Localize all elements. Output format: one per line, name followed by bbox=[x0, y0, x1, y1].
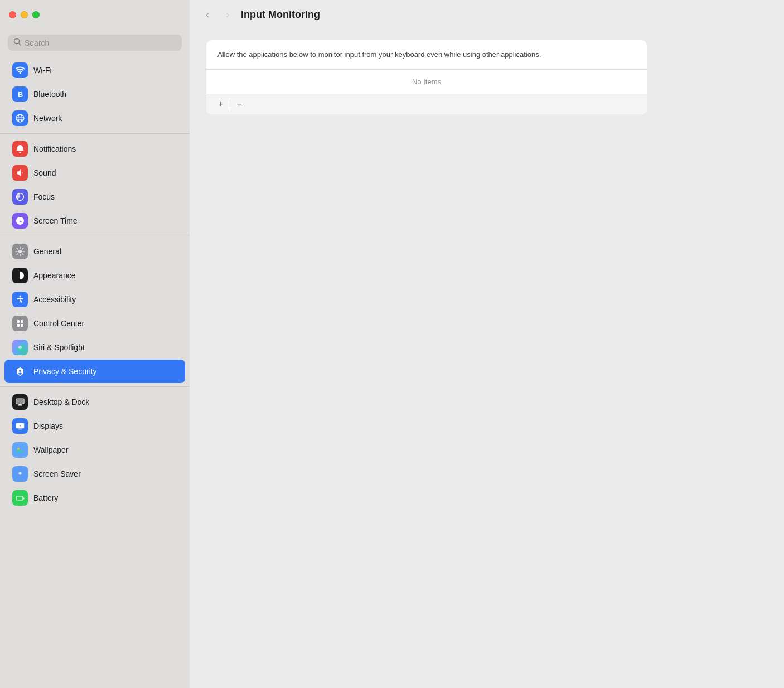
sidebar-item-label-network: Network bbox=[33, 114, 62, 123]
close-button[interactable] bbox=[9, 11, 16, 18]
sidebar-item-privacy[interactable]: Privacy & Security bbox=[4, 360, 185, 383]
accessibility-icon bbox=[12, 292, 28, 307]
network-icon bbox=[12, 110, 28, 126]
bluetooth-icon: B bbox=[12, 86, 28, 102]
battery-icon bbox=[12, 490, 28, 506]
svg-rect-19 bbox=[17, 399, 23, 403]
sidebar-item-wifi[interactable]: Wi-Fi bbox=[4, 59, 185, 82]
wallpaper-icon bbox=[12, 442, 28, 458]
sidebar-item-label-displays: Displays bbox=[33, 421, 63, 430]
sidebar-item-bluetooth[interactable]: BBluetooth bbox=[4, 83, 185, 106]
back-button[interactable]: ‹ bbox=[201, 8, 214, 21]
screentime-icon bbox=[12, 213, 28, 229]
sidebar-item-label-focus: Focus bbox=[33, 192, 55, 201]
sidebar-item-network[interactable]: Network bbox=[4, 106, 185, 130]
sidebar-item-screentime[interactable]: Screen Time bbox=[4, 209, 185, 232]
sidebar-item-wallpaper[interactable]: Wallpaper bbox=[4, 438, 185, 462]
focus-icon bbox=[12, 189, 28, 205]
sound-icon bbox=[12, 165, 28, 181]
content-card: Allow the applications below to monitor … bbox=[206, 40, 647, 114]
sidebar-item-label-general: General bbox=[33, 247, 61, 256]
svg-rect-20 bbox=[18, 404, 22, 405]
sidebar-item-general[interactable]: General bbox=[4, 240, 185, 263]
svg-rect-23 bbox=[16, 446, 24, 454]
sidebar-item-controlcenter[interactable]: Control Center bbox=[4, 312, 185, 335]
sidebar-item-notifications[interactable]: Notifications bbox=[4, 137, 185, 161]
notifications-icon bbox=[12, 141, 28, 157]
search-bar[interactable]: Search bbox=[8, 35, 182, 51]
add-item-button[interactable]: + bbox=[213, 98, 229, 111]
sidebar-item-label-screensaver: Screen Saver bbox=[33, 469, 81, 478]
main-content: ‹ › Input Monitoring Allow the applicati… bbox=[190, 0, 784, 688]
svg-rect-28 bbox=[16, 496, 23, 500]
sidebar-divider bbox=[0, 236, 190, 236]
svg-point-9 bbox=[18, 250, 22, 253]
privacy-icon bbox=[12, 364, 28, 379]
desktop-icon bbox=[12, 394, 28, 410]
sidebar-item-label-bluetooth: Bluetooth bbox=[33, 90, 66, 99]
forward-button[interactable]: › bbox=[221, 8, 234, 21]
svg-rect-12 bbox=[17, 320, 20, 323]
empty-state: No Items bbox=[206, 70, 647, 94]
sidebar-item-screensaver[interactable]: Screen Saver bbox=[4, 462, 185, 486]
wifi-icon bbox=[12, 62, 28, 78]
sidebar-item-label-screentime: Screen Time bbox=[33, 216, 78, 225]
page-title: Input Monitoring bbox=[241, 9, 320, 21]
screensaver-icon bbox=[12, 466, 28, 482]
sidebar-item-focus[interactable]: Focus bbox=[4, 185, 185, 209]
sidebar-item-label-battery: Battery bbox=[33, 493, 58, 502]
search-icon bbox=[13, 38, 21, 47]
controlcenter-icon bbox=[12, 316, 28, 331]
maximize-button[interactable] bbox=[32, 11, 40, 18]
svg-point-17 bbox=[18, 346, 22, 349]
sidebar-item-label-desktop: Desktop & Dock bbox=[33, 398, 89, 406]
svg-rect-29 bbox=[23, 498, 25, 500]
sidebar-item-battery[interactable]: Battery bbox=[4, 486, 185, 510]
main-body: Allow the applications below to monitor … bbox=[190, 29, 784, 688]
sidebar-item-label-wifi: Wi-Fi bbox=[33, 66, 52, 75]
card-description: Allow the applications below to monitor … bbox=[206, 40, 647, 70]
sidebar-item-displays[interactable]: Displays bbox=[4, 414, 185, 438]
sidebar-item-accessibility[interactable]: Accessibility bbox=[4, 288, 185, 311]
sidebar-item-label-controlcenter: Control Center bbox=[33, 319, 84, 328]
sidebar-divider bbox=[0, 386, 190, 387]
svg-text:B: B bbox=[18, 90, 23, 99]
svg-point-11 bbox=[20, 296, 21, 298]
sidebar-item-label-notifications: Notifications bbox=[33, 144, 76, 153]
controls-divider bbox=[230, 99, 230, 109]
svg-point-3 bbox=[16, 114, 24, 122]
svg-line-1 bbox=[19, 43, 21, 46]
appearance-icon bbox=[12, 268, 28, 283]
sidebar-item-desktop[interactable]: Desktop & Dock bbox=[4, 390, 185, 414]
svg-rect-26 bbox=[18, 477, 22, 478]
search-placeholder: Search bbox=[25, 38, 176, 47]
sidebar-item-label-accessibility: Accessibility bbox=[33, 295, 76, 304]
sidebar-item-label-sound: Sound bbox=[33, 168, 56, 177]
minimize-button[interactable] bbox=[21, 11, 28, 18]
sidebar-item-label-privacy: Privacy & Security bbox=[33, 367, 97, 376]
remove-item-button[interactable]: − bbox=[231, 98, 247, 111]
sidebar-item-label-siri: Siri & Spotlight bbox=[33, 343, 85, 352]
svg-rect-13 bbox=[21, 320, 23, 323]
svg-rect-14 bbox=[17, 324, 20, 327]
svg-rect-15 bbox=[21, 324, 23, 327]
sidebar-item-appearance[interactable]: Appearance bbox=[4, 264, 185, 287]
title-bar bbox=[0, 0, 190, 29]
svg-point-27 bbox=[19, 472, 22, 475]
sidebar-item-siri[interactable]: Siri & Spotlight bbox=[4, 336, 185, 359]
sidebar: Search Wi-FiBBluetoothNetworkNotificatio… bbox=[0, 0, 190, 688]
displays-icon bbox=[12, 418, 28, 434]
svg-rect-21 bbox=[18, 405, 22, 406]
svg-point-22 bbox=[20, 425, 21, 426]
general-icon bbox=[12, 244, 28, 259]
sidebar-item-label-appearance: Appearance bbox=[33, 271, 76, 280]
sidebar-item-sound[interactable]: Sound bbox=[4, 161, 185, 185]
svg-point-4 bbox=[18, 114, 22, 122]
sidebar-divider bbox=[0, 133, 190, 134]
sidebar-item-label-wallpaper: Wallpaper bbox=[33, 445, 69, 454]
list-controls: + − bbox=[206, 94, 647, 114]
sidebar-items: Wi-FiBBluetoothNetworkNotificationsSound… bbox=[0, 59, 190, 510]
siri-icon bbox=[12, 340, 28, 355]
main-header: ‹ › Input Monitoring bbox=[190, 0, 784, 29]
